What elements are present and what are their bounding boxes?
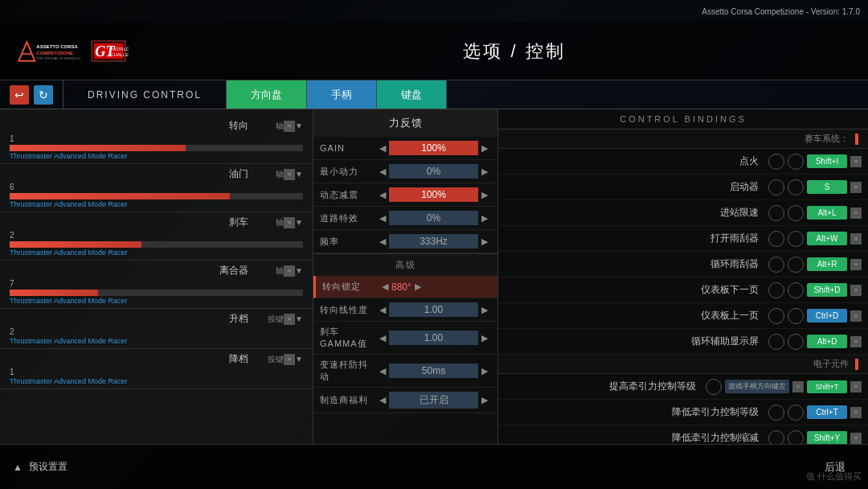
- arrow-brake[interactable]: ▼: [295, 218, 303, 227]
- binding-key-tc-down[interactable]: Ctrl+T: [807, 405, 847, 419]
- binding-remove-dash-next[interactable]: ×: [850, 285, 862, 296]
- arrow-steering[interactable]: ▼: [295, 121, 303, 130]
- binding-label-tc-up: 提高牵引力控制等级: [505, 380, 702, 393]
- binding-key-dash-prev[interactable]: Ctrl+D: [807, 309, 847, 323]
- ff-right-minforce[interactable]: ▶: [478, 166, 491, 177]
- binding-remove-wiper-cycle[interactable]: ×: [850, 259, 862, 270]
- binding-key-tc-up[interactable]: Shift+T: [807, 380, 847, 393]
- binding-circle-hud-cycle-2[interactable]: [788, 334, 804, 350]
- binding-remove-tc-up[interactable]: ×: [850, 381, 862, 392]
- main-content: 转向 轴 × ▼ 1 Thrustmaster Advanced Mode Ra…: [0, 109, 868, 444]
- binding-key-wiper-on[interactable]: Alt+W: [807, 232, 847, 245]
- ff-left-brake-gamma[interactable]: ◀: [376, 333, 389, 343]
- ff-right-steering-lock[interactable]: ▶: [411, 281, 424, 292]
- binding-label-tc-reduce: 降低牵引力控制缩减: [505, 431, 765, 444]
- binding-row-dash-prev: 仪表板上一页 Ctrl+D ×: [498, 303, 868, 329]
- ff-right-linearity[interactable]: ▶: [478, 305, 491, 315]
- ff-left-dynamic[interactable]: ◀: [376, 190, 389, 200]
- binding-row-hud-cycle: 循环辅助显示屏 Alt+D ×: [498, 329, 868, 355]
- binding-remove-pitlimiter[interactable]: ×: [850, 208, 862, 219]
- remove-throttle-button[interactable]: ×: [284, 169, 295, 180]
- binding-circle-dash-next-1[interactable]: [768, 282, 784, 298]
- ff-left-freq[interactable]: ◀: [376, 236, 389, 247]
- ff-left-gain[interactable]: ◀: [376, 143, 389, 154]
- binding-key-pitlimiter[interactable]: Alt+L: [807, 206, 847, 220]
- binding-key-ignition[interactable]: Shift+I: [807, 154, 847, 168]
- binding-circle-tc-reduce-2[interactable]: [788, 430, 804, 445]
- binding-circle-tc-up-1[interactable]: [706, 379, 722, 395]
- binding-circle-dash-next-2[interactable]: [788, 282, 804, 298]
- tab-gamepad[interactable]: 手柄: [307, 80, 377, 109]
- ff-right-manufacturer[interactable]: ▶: [478, 395, 491, 405]
- arrow-throttle[interactable]: ▼: [295, 170, 303, 179]
- remove-steering-button[interactable]: ×: [284, 121, 295, 132]
- ff-right-road[interactable]: ▶: [478, 213, 491, 224]
- binding-circle-wiper-cycle-2[interactable]: [788, 257, 804, 273]
- binding-circle-starter-1[interactable]: [768, 179, 784, 195]
- remove-upshift-button[interactable]: ×: [284, 314, 295, 325]
- undo-button[interactable]: ↩: [10, 85, 29, 105]
- tab-steering[interactable]: 方向盘: [227, 80, 307, 109]
- ff-row-shifter: 变速杆防抖动 ◀ 50ms ▶: [313, 355, 497, 388]
- binding-remove-hud-cycle[interactable]: ×: [850, 336, 862, 347]
- binding-circle-wiper-on-1[interactable]: [768, 231, 784, 247]
- binding-circle-dash-prev-2[interactable]: [788, 308, 804, 324]
- binding-key-hud-cycle[interactable]: Alt+D: [807, 335, 847, 348]
- binding-remove-tc-reduce[interactable]: ×: [850, 433, 862, 444]
- ff-right-shifter[interactable]: ▶: [478, 366, 491, 376]
- control-label-clutch: 离合器: [10, 264, 248, 277]
- ff-right-gain[interactable]: ▶: [478, 143, 491, 154]
- right-panel: CONTROL BINDINGS 赛车系统： 点火 Shift+I × 启动器 …: [498, 109, 868, 444]
- binding-circle-wiper-on-2[interactable]: [788, 231, 804, 247]
- ff-left-shifter[interactable]: ◀: [376, 366, 389, 376]
- bottom-bar: ▲ 预设置置 后退: [0, 444, 868, 489]
- axis-value-throttle: 6: [10, 183, 303, 191]
- preset-arrow-icon[interactable]: ▲: [13, 462, 23, 473]
- binding-circle-ignition-2[interactable]: [788, 154, 804, 170]
- arrow-upshift[interactable]: ▼: [295, 314, 303, 323]
- tab-keyboard[interactable]: 键盘: [377, 80, 447, 109]
- ff-right-dynamic[interactable]: ▶: [478, 190, 491, 200]
- binding-circle-tc-down-2[interactable]: [788, 405, 804, 421]
- ff-left-minforce[interactable]: ◀: [376, 166, 389, 177]
- binding-remove-dash-prev[interactable]: ×: [850, 310, 862, 322]
- binding-remove-starter[interactable]: ×: [850, 182, 862, 193]
- remove-clutch-button[interactable]: ×: [284, 265, 295, 277]
- binding-circle-dash-prev-1[interactable]: [768, 308, 784, 324]
- binding-key-wiper-cycle[interactable]: Alt+R: [807, 257, 847, 271]
- binding-remove-gamepad-tc-up[interactable]: ×: [792, 381, 804, 392]
- ff-left-steering-lock[interactable]: ◀: [379, 281, 391, 292]
- ff-row-steering-lock: 转向锁定 ◀ 880° ▶: [313, 276, 497, 298]
- binding-circle-tc-down-1[interactable]: [768, 405, 784, 421]
- ff-left-manufacturer[interactable]: ◀: [376, 395, 389, 405]
- binding-key-dash-next[interactable]: Shift+D: [807, 283, 847, 297]
- binding-circle-wiper-cycle-1[interactable]: [768, 257, 784, 273]
- binding-circle-pitlimiter-2[interactable]: [788, 205, 804, 221]
- remove-brake-button[interactable]: ×: [284, 217, 295, 228]
- ff-right-brake-gamma[interactable]: ▶: [478, 333, 491, 343]
- binding-circle-ignition-1[interactable]: [768, 154, 784, 170]
- binding-circle-hud-cycle-1[interactable]: [768, 334, 784, 350]
- binding-circle-pitlimiter-1[interactable]: [768, 205, 784, 221]
- binding-key-starter[interactable]: S: [807, 180, 847, 194]
- binding-circle-starter-2[interactable]: [788, 179, 804, 195]
- ff-right-freq[interactable]: ▶: [478, 236, 491, 247]
- ff-row-minforce: 最小动力 ◀ 0% ▶: [313, 160, 497, 183]
- arrow-clutch[interactable]: ▼: [295, 266, 303, 275]
- binding-remove-wiper-on[interactable]: ×: [850, 233, 862, 244]
- binding-label-tc-down: 降低牵引力控制等级: [505, 405, 765, 419]
- device-clutch: Thrustmaster Advanced Mode Racer: [10, 297, 303, 305]
- binding-key-tc-reduce[interactable]: Shift+Y: [807, 431, 847, 444]
- arrow-downshift[interactable]: ▼: [295, 355, 303, 364]
- binding-circle-tc-reduce-1[interactable]: [768, 430, 784, 445]
- ff-left-road[interactable]: ◀: [376, 213, 389, 224]
- ff-left-linearity[interactable]: ◀: [376, 305, 389, 315]
- refresh-button[interactable]: ↻: [34, 85, 53, 105]
- control-label-brake: 刹车: [10, 216, 248, 229]
- ff-value-freq: 333Hz: [389, 234, 478, 249]
- axis-value-steering: 1: [10, 134, 303, 143]
- binding-remove-ignition[interactable]: ×: [850, 156, 862, 167]
- binding-remove-tc-down[interactable]: ×: [850, 407, 862, 418]
- remove-downshift-button[interactable]: ×: [284, 354, 295, 365]
- page-title: 选项 / 控制: [161, 39, 868, 64]
